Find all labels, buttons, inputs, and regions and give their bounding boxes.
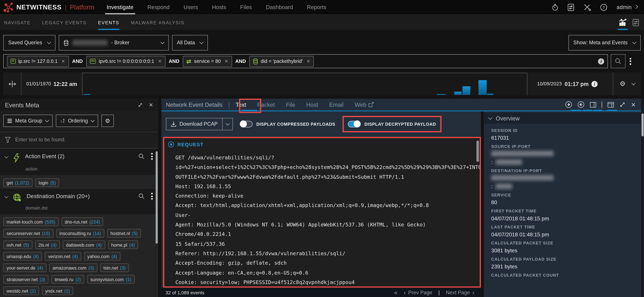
- remove-filter-icon[interactable]: ✕: [306, 59, 310, 64]
- filter-pill-ip-src-127-0-0-1[interactable]: IPip.src != 127.0.0.1✕: [7, 56, 69, 67]
- download-pcap-button[interactable]: Download PCAP: [166, 118, 233, 130]
- saved-queries-dropdown[interactable]: Saved Queries: [3, 35, 56, 51]
- expand-panel-icon[interactable]: [138, 102, 143, 108]
- filter-pill-ipv6-src-0-0-0-0-0-0-0-1[interactable]: IP6ipv6.src != 0:0:0:0:0:0:0:1✕: [86, 56, 165, 67]
- meta-value-lstn-net[interactable]: lstn.net(3): [100, 263, 129, 272]
- tab-web[interactable]: Web: [354, 101, 374, 108]
- filter-pill-did-packethybrid[interactable]: did = 'packethybrid'✕: [249, 56, 314, 67]
- meta-settings-button[interactable]: ⚙: [102, 115, 114, 127]
- time-range-dropdown[interactable]: All Data: [172, 35, 208, 51]
- request-scrollbar[interactable]: [476, 141, 479, 162]
- query-info-icon[interactable]: i: [598, 58, 604, 64]
- subnav-item-legacy-events[interactable]: LEGACY EVENTS: [42, 15, 86, 30]
- close-panel-icon[interactable]: ✕: [149, 102, 153, 108]
- window-scrollbar[interactable]: [641, 99, 644, 297]
- meta-value-2is-nl[interactable]: 2is.nl(4): [35, 240, 60, 249]
- split-view-icon[interactable]: [590, 102, 596, 108]
- tab-packet[interactable]: Packet: [257, 101, 275, 108]
- admin-tools-icon[interactable]: [583, 4, 591, 11]
- ordering-dropdown[interactable]: ↓AZ Ordering: [56, 115, 98, 127]
- meta-value-dns-rus-net[interactable]: dns-rus.net(224): [62, 217, 103, 226]
- request-header[interactable]: REQUEST: [164, 138, 480, 148]
- remove-filter-icon[interactable]: ✕: [61, 59, 65, 64]
- meta-value-secureserver-net[interactable]: secureserver.net(15): [3, 229, 53, 237]
- first-page-button[interactable]: «: [394, 289, 398, 296]
- subnav-item-events[interactable]: EVENTS: [98, 15, 119, 30]
- download-options-chevron-icon[interactable]: [222, 118, 232, 130]
- nav-item-files[interactable]: Files: [240, 0, 252, 14]
- meta-value-ovh-net[interactable]: ovh.net(5): [3, 240, 32, 249]
- meta-value-get[interactable]: get(1,072): [3, 178, 33, 187]
- remove-filter-icon[interactable]: ✕: [224, 59, 228, 64]
- events-meta-scrollbar[interactable]: [156, 151, 158, 244]
- timeline-settings-gear-icon[interactable]: ⚙: [620, 81, 626, 87]
- filter-input-area[interactable]: IPip.src != 127.0.0.1✕ANDIP6ipv6.src != …: [3, 54, 608, 68]
- meta-value-your-server-de[interactable]: your-server.de(4): [3, 263, 46, 272]
- meta-value-sunnyvision-com[interactable]: sunnyvision.com(1): [87, 275, 134, 283]
- nav-item-respond[interactable]: Respond: [148, 0, 170, 14]
- overview-header[interactable]: Overview: [484, 113, 641, 124]
- nav-item-users[interactable]: Users: [184, 0, 198, 14]
- meta-value-umassp-edu[interactable]: umassp.edu(4): [3, 252, 42, 260]
- meta-group-dropdown[interactable]: Meta Group: [3, 115, 53, 127]
- previous-event-icon[interactable]: [578, 101, 584, 108]
- meta-value-login[interactable]: login(5): [35, 178, 59, 187]
- timeline-start[interactable]: 01/01/1970 12:22 am: [22, 72, 82, 95]
- decrypted-payload-toggle[interactable]: [348, 121, 361, 127]
- meta-value-hostnet-nl[interactable]: hostnet.nl(5): [107, 229, 141, 237]
- prev-page-button[interactable]: ‹ Prev Page: [404, 289, 432, 296]
- timeline-chart[interactable]: [82, 73, 527, 95]
- timeline-collapse-chevron-icon[interactable]: [632, 81, 636, 85]
- show-meta-events-dropdown[interactable]: Show: Meta and Events: [568, 35, 641, 51]
- compressed-payloads-toggle[interactable]: [240, 121, 253, 127]
- timeline-pan-icon[interactable]: [3, 72, 22, 95]
- timeline-info-icon[interactable]: i: [592, 81, 598, 87]
- meta-value-tmweb-ru[interactable]: tmweb.ru(2): [52, 275, 84, 283]
- meta-filter-input[interactable]: [14, 136, 139, 143]
- meta-value-yahoo-com[interactable]: yahoo.com(4): [84, 252, 120, 260]
- tab-text[interactable]: Text: [236, 101, 246, 108]
- meta-value-yndx-net[interactable]: yndx.net(1): [42, 286, 73, 295]
- user-menu[interactable]: admin: [616, 4, 638, 10]
- meta-value-stratoserver-net[interactable]: stratoserver.net(3): [3, 275, 49, 283]
- meta-value-market-touch-com[interactable]: market-touch.com(535): [3, 217, 59, 226]
- next-event-icon[interactable]: [565, 101, 572, 108]
- window-scrollbar-thumb[interactable]: [642, 113, 644, 136]
- meta-section-action-event[interactable]: Action Event (2)action: [0, 148, 158, 175]
- layout-view-icon[interactable]: [608, 102, 614, 108]
- meta-value-amazonaws-com[interactable]: amazonaws.com(3): [49, 263, 97, 272]
- close-details-icon[interactable]: ✕: [631, 101, 636, 108]
- nav-item-dashboard[interactable]: Dashboard: [266, 0, 293, 14]
- meta-search-icon[interactable]: [138, 193, 145, 199]
- events-preferences-icon[interactable]: [632, 15, 639, 30]
- subnav-item-navigate[interactable]: NAVIGATE: [4, 15, 30, 30]
- expand-details-icon[interactable]: [620, 102, 626, 108]
- meta-section-destination-domain[interactable]: Destination Domain (20+)domain.dst: [0, 188, 158, 214]
- subnav-item-malware-analysis[interactable]: MALWARE ANALYSIS: [131, 15, 184, 30]
- events-chart-view-icon[interactable]: [618, 15, 627, 30]
- meta-value-home-pl[interactable]: home.pl(4): [108, 240, 138, 249]
- meta-value-insconsulting-ru[interactable]: insconsulting.ru(14): [56, 229, 104, 237]
- service-broker-dropdown[interactable]: - Broker: [58, 35, 169, 51]
- remove-filter-icon[interactable]: ✕: [158, 59, 162, 64]
- meta-kebab-icon[interactable]: [150, 153, 154, 160]
- tab-file[interactable]: File: [286, 101, 295, 108]
- request-text[interactable]: GET /dvwa/vulnerabilities/sqli/?id=%27+u…: [164, 148, 480, 287]
- tab-email[interactable]: Email: [329, 101, 344, 108]
- meta-search-icon[interactable]: [138, 153, 145, 160]
- timer-icon[interactable]: [552, 4, 559, 11]
- preferences-icon[interactable]: [568, 4, 574, 11]
- next-page-button[interactable]: Next Page ›: [446, 289, 474, 296]
- collapse-chevron-icon[interactable]: [4, 154, 8, 158]
- query-menu-kebab-icon[interactable]: [628, 58, 632, 65]
- query-search-button[interactable]: [611, 54, 626, 68]
- meta-kebab-icon[interactable]: [150, 193, 154, 200]
- help-icon[interactable]: ?: [600, 4, 608, 11]
- nav-item-investigate[interactable]: Investigate: [106, 0, 133, 14]
- filter-pill-service-80[interactable]: ⇄service = 80✕: [183, 56, 232, 67]
- nav-item-hosts[interactable]: Hosts: [212, 0, 226, 14]
- nav-item-reports[interactable]: Reports: [307, 0, 326, 14]
- meta-value-dattaweb-com[interactable]: dattaweb.com(4): [63, 240, 105, 249]
- collapse-chevron-icon[interactable]: [4, 194, 8, 198]
- meta-value-westdc-net[interactable]: westdc.net(1): [3, 286, 39, 295]
